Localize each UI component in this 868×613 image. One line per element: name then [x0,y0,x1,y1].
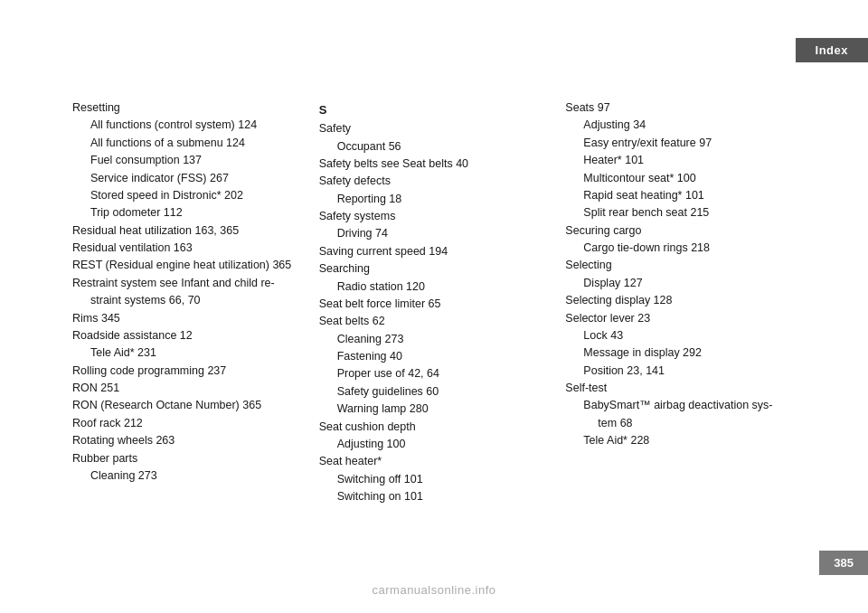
main-entry: Seat belt force limiter 65 [319,296,550,313]
watermark: carmanualsonline.info [373,583,496,597]
sub-entry: straint systems 66, 70 [72,292,303,309]
section-letter: S [319,101,550,119]
main-entry: Safety [319,120,550,137]
index-label: Index [816,43,848,57]
page-number: 385 [819,551,868,575]
sub-entry: Split rear bench seat 215 [565,204,796,222]
main-entry: Rolling code programming 237 [72,363,303,380]
main-entry: Rotating wheels 263 [72,432,303,449]
sub-entry: Cleaning 273 [72,467,303,485]
sub-entry: Easy entry/exit feature 97 [565,135,796,152]
sub-entry: Service indicator (FSS) 267 [72,170,303,187]
main-entry: Safety systems [319,208,550,225]
sub-entry: Fastening 40 [319,348,550,365]
main-entry: Seat belts 62 [319,313,550,330]
sub-entry: Cargo tie-down rings 218 [565,240,796,257]
sub-entry: Switching off 101 [319,471,550,488]
sub-entry: Message in display 292 [565,344,796,362]
main-entry: Rims 345 [72,310,303,327]
sub-entry: Cleaning 273 [319,331,550,348]
sub-entry: Driving 74 [319,225,550,242]
page-container: Index ResettingAll functions (control sy… [0,0,868,613]
sub-entry: Rapid seat heating* 101 [565,187,796,204]
sub-entry: All functions of a submenu 124 [72,135,303,152]
column-1: ResettingAll functions (control system) … [72,99,319,505]
main-entry: Seat cushion depth [319,419,550,436]
main-entry: Residual ventilation 163 [72,240,303,257]
sub-entry: Trip odometer 112 [72,204,303,222]
content-area: ResettingAll functions (control system) … [72,99,796,505]
sub-entry: Position 23, 141 [565,363,796,380]
main-entry: Seat heater* [319,453,550,470]
sub-entry: Stored speed in Distronic* 202 [72,187,303,204]
sub-entry: Display 127 [565,275,796,292]
main-entry: Residual heat utilization 163, 365 [72,222,303,240]
main-entry: Self-test [565,380,796,397]
main-entry: Selector lever 23 [565,310,796,327]
sub-entry: Warning lamp 280 [319,401,550,418]
main-entry: REST (Residual engine heat utilization) … [72,257,303,274]
main-entry: Selecting display 128 [565,292,796,309]
sub-entry: Adjusting 100 [319,436,550,453]
main-entry: Roof rack 212 [72,415,303,432]
sub-entry: Fuel consumption 137 [72,152,303,169]
main-entry: RON (Research Octane Number) 365 [72,397,303,414]
sub-entry: Adjusting 34 [565,117,796,134]
column-2: SSafetyOccupant 56Safety belts see Seat … [319,99,566,505]
main-entry: Safety belts see Seat belts 40 [319,156,550,173]
sub-entry: Multicontour seat* 100 [565,170,796,187]
main-entry: Securing cargo [565,222,796,240]
main-entry: Safety defects [319,173,550,190]
sub-entry: Proper use of 42, 64 [319,365,550,382]
sub-entry: Tele Aid* 231 [72,344,303,362]
sub-entry: Reporting 18 [319,191,550,208]
main-entry: Seats 97 [565,99,796,117]
main-entry: Saving current speed 194 [319,243,550,260]
sub-entry: Safety guidelines 60 [319,383,550,401]
column-3: Seats 97Adjusting 34Easy entry/exit feat… [565,99,796,505]
main-entry: Rubber parts [72,450,303,467]
sub-entry: Radio station 120 [319,278,550,296]
main-entry: RON 251 [72,380,303,397]
sub-entry: Heater* 101 [565,152,796,169]
main-entry: Roadside assistance 12 [72,327,303,344]
sub-entry: All functions (control system) 124 [72,117,303,134]
sub-sub-entry: tem 68 [565,415,796,432]
main-entry: Resetting [72,99,303,117]
sub-entry: Lock 43 [565,327,796,344]
sub-entry: Occupant 56 [319,138,550,156]
main-entry: Selecting [565,257,796,274]
sub-entry: Tele Aid* 228 [565,432,796,449]
sub-entry: BabySmart™ airbag deactivation sys- [565,397,796,414]
main-entry: Restraint system see Infant and child re… [72,275,303,292]
sub-entry: Switching on 101 [319,488,550,505]
main-entry: Searching [319,260,550,278]
index-header: Index [796,38,868,62]
